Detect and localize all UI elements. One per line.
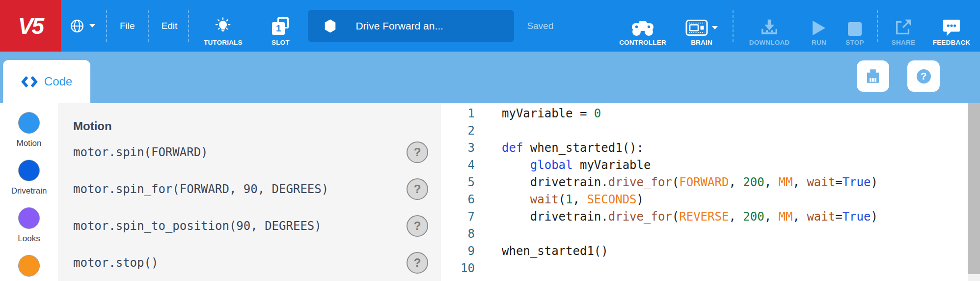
device-port-icon bbox=[863, 66, 883, 86]
feedback-icon bbox=[942, 19, 961, 36]
line-number: 1 bbox=[441, 105, 475, 122]
controller-button[interactable]: CONTROLLER bbox=[611, 0, 675, 52]
tutorials-button[interactable]: TUTORIALS bbox=[196, 0, 250, 52]
sidebar-category-drivetrain[interactable]: Drivetrain bbox=[11, 160, 47, 195]
code-line: 3def when_started1(): bbox=[441, 140, 968, 157]
devices-button[interactable] bbox=[857, 60, 889, 92]
toolbox-snippet-row[interactable]: motor.spin(FORWARD)? bbox=[73, 134, 441, 170]
hexagon-icon bbox=[324, 19, 336, 33]
category-sidebar: MotionDrivetrainLooks bbox=[0, 103, 58, 281]
download-button[interactable]: DOWNLOAD bbox=[737, 0, 801, 52]
share-icon bbox=[894, 18, 913, 36]
code-line: 10 bbox=[441, 260, 968, 277]
help-button[interactable]: ? bbox=[907, 60, 940, 92]
toolbar-divider bbox=[877, 10, 878, 42]
tab-code[interactable]: Code bbox=[3, 60, 90, 103]
code-editor[interactable]: 1myVariable = 023def when_started1():4 g… bbox=[441, 103, 968, 281]
category-circle bbox=[18, 112, 40, 134]
slot-button[interactable]: 1 SLOT bbox=[265, 0, 296, 52]
line-number: 7 bbox=[441, 208, 475, 225]
chevron-down-icon bbox=[712, 26, 718, 29]
code-tab-label: Code bbox=[44, 75, 72, 88]
indent-guide bbox=[504, 157, 504, 243]
language-selector[interactable] bbox=[69, 0, 95, 52]
category-circle bbox=[18, 160, 40, 181]
snippet-help-button[interactable]: ? bbox=[407, 215, 428, 237]
menu-edit[interactable]: Edit bbox=[162, 21, 178, 31]
run-button[interactable]: RUN bbox=[801, 0, 837, 52]
toolbox-panel: Motion motor.spin(FORWARD)?motor.spin_fo… bbox=[58, 103, 441, 281]
line-number: 5 bbox=[441, 174, 475, 191]
sidebar-category-looks[interactable]: Looks bbox=[18, 207, 40, 243]
sidebar-category-motion[interactable]: Motion bbox=[16, 112, 41, 147]
code-line: 9when_started1() bbox=[441, 243, 968, 260]
brain-icon bbox=[685, 19, 708, 36]
stop-icon bbox=[847, 22, 862, 36]
globe-icon bbox=[69, 18, 85, 34]
toolbox-snippet-row[interactable]: motor.stop()? bbox=[73, 244, 441, 281]
category-label: Drivetrain bbox=[11, 187, 47, 195]
topbar-actions: CONTROLLER BRAIN bbox=[611, 0, 980, 52]
code-line: 5 drivetrain.drive_for(FORWARD, 200, MM,… bbox=[441, 174, 968, 191]
snippet-help-button[interactable]: ? bbox=[407, 178, 428, 200]
toolbox-rows: motor.spin(FORWARD)?motor.spin_for(FORWA… bbox=[73, 134, 441, 281]
toolbar-divider bbox=[106, 10, 107, 42]
question-mark-icon: ? bbox=[917, 69, 931, 84]
sidebar-category-item-4[interactable] bbox=[18, 255, 40, 281]
code-text: drivetrain.drive_for(REVERSE, 200, MM, w… bbox=[502, 208, 878, 225]
line-number: 4 bbox=[441, 157, 475, 174]
toolbar-divider bbox=[733, 10, 734, 42]
slot-label: SLOT bbox=[272, 39, 290, 46]
toolbar-divider bbox=[148, 10, 149, 42]
category-circle bbox=[18, 207, 40, 229]
code-line: 7 drivetrain.drive_for(REVERSE, 200, MM,… bbox=[441, 208, 968, 225]
code-line: 4 global myVariable bbox=[441, 157, 968, 174]
save-status: Saved bbox=[527, 21, 553, 31]
snippet-help-button[interactable]: ? bbox=[407, 141, 428, 163]
content: MotionDrivetrainLooks Motion motor.spin(… bbox=[0, 103, 980, 281]
line-number: 10 bbox=[441, 260, 475, 277]
project-name-button[interactable]: Drive Forward an... bbox=[308, 10, 514, 42]
line-number: 9 bbox=[441, 243, 475, 260]
toolbox-snippet-row[interactable]: motor.spin_to_position(90, DEGREES)? bbox=[73, 207, 441, 244]
v5-logo: V5 bbox=[0, 0, 61, 52]
toolbar-divider bbox=[188, 10, 189, 42]
snippet-code: motor.spin(FORWARD) bbox=[73, 145, 208, 159]
feedback-button[interactable]: FEEDBACK bbox=[925, 0, 978, 52]
brain-button[interactable]: BRAIN bbox=[675, 0, 729, 52]
editor-scrollbar bbox=[968, 103, 980, 281]
code-line: 2 bbox=[441, 122, 968, 140]
code-line: 6 wait(1, SECONDS) bbox=[441, 191, 968, 208]
line-number: 3 bbox=[441, 140, 475, 157]
category-label: Looks bbox=[18, 234, 40, 243]
snippet-code: motor.stop() bbox=[73, 256, 158, 270]
stop-button[interactable]: STOP bbox=[837, 0, 873, 52]
topbar: V5 File Edit TUTORIALS bbox=[0, 0, 980, 52]
code-text: drivetrain.drive_for(FORWARD, 200, MM, w… bbox=[502, 174, 878, 191]
slot-icon: 1 bbox=[271, 17, 290, 36]
play-icon bbox=[812, 20, 826, 36]
snippet-code: motor.spin_to_position(90, DEGREES) bbox=[73, 219, 322, 233]
project-name: Drive Forward an... bbox=[355, 20, 443, 32]
chevron-down-icon bbox=[89, 24, 95, 28]
category-label: Motion bbox=[16, 139, 41, 147]
tutorials-label: TUTORIALS bbox=[204, 39, 243, 46]
slot-number: 1 bbox=[272, 22, 285, 35]
line-number: 2 bbox=[441, 122, 475, 140]
scrollbar-thumb[interactable] bbox=[968, 103, 980, 274]
code-text: when_started1() bbox=[502, 243, 608, 260]
toolbox-heading: Motion bbox=[73, 119, 441, 134]
controller-icon bbox=[631, 20, 654, 36]
download-icon bbox=[760, 18, 779, 36]
code-text: myVariable = 0 bbox=[502, 105, 601, 122]
toolbox-snippet-row[interactable]: motor.spin_for(FORWARD, 90, DEGREES)? bbox=[73, 170, 441, 207]
code-text: global myVariable bbox=[502, 157, 651, 174]
share-button[interactable]: SHARE bbox=[882, 0, 925, 52]
code-icon bbox=[21, 75, 38, 88]
line-number: 6 bbox=[441, 191, 475, 208]
subbar: Code ? bbox=[0, 52, 980, 103]
line-number: 8 bbox=[441, 225, 475, 243]
code-text: wait(1, SECONDS) bbox=[502, 191, 644, 208]
menu-file[interactable]: File bbox=[120, 21, 135, 31]
snippet-help-button[interactable]: ? bbox=[407, 252, 428, 274]
